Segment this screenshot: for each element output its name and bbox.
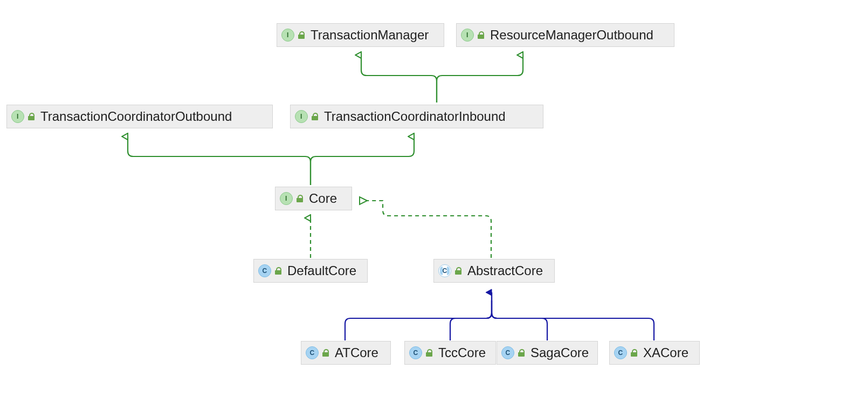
interface-icon: I — [281, 29, 294, 42]
interface-icon: I — [11, 110, 24, 123]
node-label: TransactionCoordinatorInbound — [324, 109, 506, 124]
node-label: TransactionCoordinatorOutbound — [40, 109, 232, 124]
node-default-core[interactable]: C DefaultCore — [253, 259, 368, 283]
class-icon: C — [258, 264, 271, 277]
edge-xacore — [492, 300, 654, 340]
lock-icon — [454, 267, 462, 275]
node-saga-core[interactable]: C SagaCore — [497, 341, 598, 365]
node-tcc-core[interactable]: C TccCore — [404, 341, 496, 365]
class-icon: C — [501, 346, 514, 359]
node-transaction-manager[interactable]: I TransactionManager — [277, 23, 444, 47]
node-label: TransactionManager — [311, 28, 429, 43]
edge-tci-to-rmo — [437, 55, 523, 102]
node-txn-coordinator-outbound[interactable]: I TransactionCoordinatorOutbound — [6, 105, 273, 128]
node-label: XACore — [643, 345, 688, 360]
node-label: DefaultCore — [287, 263, 356, 278]
lock-icon — [27, 113, 35, 120]
interface-icon: I — [280, 192, 293, 205]
lock-icon — [298, 31, 305, 39]
node-abstract-core[interactable]: C AbstractCore — [433, 259, 555, 283]
class-icon: C — [306, 346, 319, 359]
node-core[interactable]: I Core — [275, 187, 352, 210]
edge-core-to-tco — [128, 136, 311, 185]
edge-atcore — [345, 300, 492, 340]
lock-icon — [311, 113, 319, 120]
node-xa-core[interactable]: C XACore — [609, 341, 700, 365]
edge-tcccore — [450, 300, 492, 340]
node-label: TccCore — [438, 345, 486, 360]
lock-icon — [630, 349, 638, 357]
edge-sagacore — [492, 300, 547, 340]
interface-icon: I — [461, 29, 474, 42]
node-label: ATCore — [335, 345, 378, 360]
node-resource-manager-outbound[interactable]: I ResourceManagerOutbound — [456, 23, 674, 47]
lock-icon — [274, 267, 282, 275]
node-label: SagaCore — [531, 345, 589, 360]
class-icon: C — [409, 346, 422, 359]
node-label: Core — [309, 191, 337, 206]
lock-icon — [518, 349, 525, 357]
lock-icon — [322, 349, 329, 357]
diagram-canvas: I TransactionManager I ResourceManagerOu… — [0, 0, 868, 410]
lock-icon — [477, 31, 485, 39]
edge-abstractcore-to-core — [360, 201, 491, 258]
edge-tci-to-tm-rmo — [361, 55, 437, 102]
abstract-class-icon: C — [438, 264, 451, 277]
edge-core-to-tci — [311, 136, 414, 185]
edge-abstractcore-to-core-head — [360, 197, 367, 204]
node-label: AbstractCore — [467, 263, 543, 278]
interface-icon: I — [295, 110, 308, 123]
lock-icon — [296, 195, 304, 202]
node-label: ResourceManagerOutbound — [490, 28, 653, 43]
node-txn-coordinator-inbound[interactable]: I TransactionCoordinatorInbound — [290, 105, 543, 128]
node-at-core[interactable]: C ATCore — [301, 341, 391, 365]
class-icon: C — [614, 346, 627, 359]
lock-icon — [425, 349, 433, 357]
